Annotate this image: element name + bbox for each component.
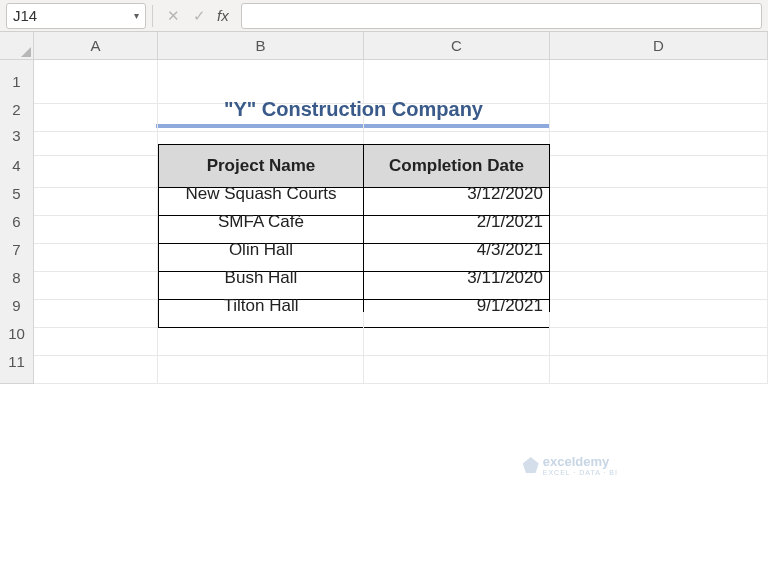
name-box-value: J14 — [13, 7, 134, 24]
cell[interactable] — [34, 340, 158, 384]
watermark: exceldemy EXCEL · DATA · BI — [523, 454, 618, 476]
chevron-down-icon[interactable]: ▾ — [134, 10, 139, 21]
watermark-icon — [523, 457, 539, 473]
formula-controls: ✕ ✓ fx — [159, 7, 235, 25]
divider — [152, 5, 153, 27]
col-header-a[interactable]: A — [34, 32, 158, 60]
enter-icon: ✓ — [191, 7, 207, 25]
select-all-corner[interactable] — [0, 32, 34, 60]
formula-bar-row: J14 ▾ ✕ ✓ fx — [0, 0, 768, 32]
cell[interactable] — [550, 340, 768, 384]
cancel-icon: ✕ — [165, 7, 181, 25]
cell[interactable] — [158, 340, 364, 384]
watermark-brand: exceldemy — [543, 454, 610, 469]
spreadsheet-grid[interactable]: A B C D 1 2 "Y" Construction Company 3 4… — [0, 32, 768, 368]
cell[interactable] — [364, 340, 550, 384]
col-header-d[interactable]: D — [550, 32, 768, 60]
name-box[interactable]: J14 ▾ — [6, 3, 146, 29]
fx-icon[interactable]: fx — [217, 7, 229, 24]
formula-bar-input[interactable] — [241, 3, 762, 29]
watermark-tagline: EXCEL · DATA · BI — [543, 469, 618, 476]
col-header-b[interactable]: B — [158, 32, 364, 60]
col-header-c[interactable]: C — [364, 32, 550, 60]
row-header[interactable]: 11 — [0, 340, 34, 384]
